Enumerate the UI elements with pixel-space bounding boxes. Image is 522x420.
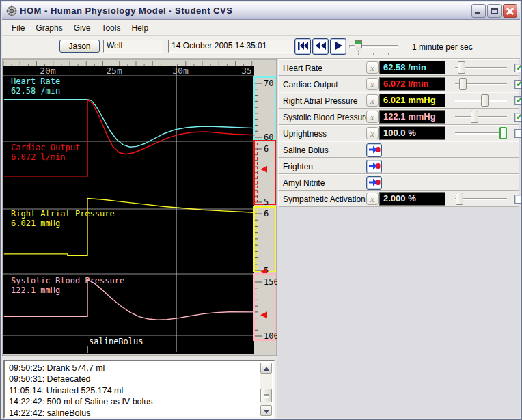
control-label: Sympathetic Activation bbox=[283, 195, 366, 204]
give-button[interactable] bbox=[366, 143, 382, 157]
menu-item-tools[interactable]: Tools bbox=[96, 21, 126, 35]
value-slider[interactable] bbox=[455, 127, 507, 140]
slider-thumb[interactable] bbox=[481, 94, 489, 107]
log-line: 14:22:42: 500 ml of Saline as IV bolus bbox=[9, 396, 258, 407]
control-row-heart-rate: Heart Ratex62.58 /min bbox=[278, 59, 519, 76]
speed-slider-thumb[interactable] bbox=[355, 40, 362, 52]
maximize-icon bbox=[491, 8, 498, 14]
value-slider[interactable] bbox=[455, 193, 507, 206]
control-label: Cardiac Output bbox=[283, 80, 338, 89]
log-line: 11:05:14: Urinated 525.174 ml bbox=[9, 385, 258, 396]
plot-checkbox[interactable] bbox=[514, 64, 522, 72]
channel-value-label: 6.021 mmHg bbox=[11, 219, 60, 228]
scroll-up-icon bbox=[264, 367, 269, 371]
expression-button[interactable]: x bbox=[366, 78, 379, 90]
log-scrollbar[interactable] bbox=[260, 363, 272, 416]
time-axis-label: 20m bbox=[40, 66, 56, 76]
close-icon bbox=[504, 5, 517, 17]
scale-label-bottom: 5 bbox=[264, 197, 269, 207]
control-label: Systolic Blood Pressure bbox=[283, 113, 370, 122]
scroll-up-button[interactable] bbox=[260, 363, 272, 374]
play-icon bbox=[331, 39, 345, 53]
inject-icon bbox=[369, 178, 381, 187]
chart-canvas[interactable]: 20m25m30m357060Heart Rate62.58 /min65Car… bbox=[2, 59, 277, 356]
value-slider[interactable] bbox=[455, 111, 507, 124]
expression-button[interactable]: x bbox=[366, 94, 379, 107]
expression-button[interactable]: x bbox=[366, 127, 379, 139]
rewind-icon bbox=[314, 39, 327, 53]
scale-label-top: 6 bbox=[264, 144, 269, 154]
slider-thumb[interactable] bbox=[459, 78, 467, 90]
log-line: 14:22:42: salineBolus bbox=[9, 408, 258, 419]
skip-to-start-button[interactable] bbox=[294, 38, 311, 55]
control-label: Saline Bolus bbox=[283, 145, 329, 155]
value-display: 122.1 mmHg bbox=[379, 110, 445, 124]
slider-track bbox=[455, 116, 507, 118]
patient-button[interactable]: Jason bbox=[59, 40, 100, 53]
value-slider[interactable] bbox=[455, 78, 507, 91]
value-slider[interactable] bbox=[455, 94, 507, 107]
health-state-field[interactable]: Well bbox=[103, 40, 163, 53]
app-icon bbox=[6, 5, 17, 16]
scrollbar-thumb[interactable] bbox=[260, 389, 272, 402]
physiology-chart[interactable]: 20m25m30m357060Heart Rate62.58 /min65Car… bbox=[2, 59, 277, 356]
slider-thumb[interactable] bbox=[499, 127, 507, 139]
control-label: Right Atrial Pressure bbox=[283, 96, 357, 106]
time-axis-label: 25m bbox=[106, 66, 122, 76]
control-row-amyl-nitrite: Amyl Nitrite bbox=[278, 174, 519, 191]
title-bar[interactable]: HOM - Human Physiology Model - Student C… bbox=[2, 2, 520, 20]
close-button[interactable] bbox=[503, 4, 517, 18]
maximize-button[interactable] bbox=[487, 4, 502, 18]
expression-button[interactable]: x bbox=[366, 61, 379, 74]
minimize-button[interactable] bbox=[471, 4, 486, 18]
control-label: Uprightness bbox=[283, 129, 327, 139]
plot-checkbox[interactable] bbox=[514, 96, 522, 105]
channel-value-label: 62.58 /min bbox=[11, 86, 60, 96]
control-row-right-atrial-pressure: Right Atrial Pressurex6.021 mmHg bbox=[278, 92, 519, 109]
expression-button[interactable]: x bbox=[366, 111, 379, 123]
speed-slider[interactable] bbox=[349, 40, 398, 55]
plot-checkbox[interactable] bbox=[514, 113, 522, 122]
play-button[interactable] bbox=[330, 38, 346, 55]
plot-checkbox[interactable] bbox=[514, 129, 522, 138]
scrollbar-grip-icon bbox=[264, 394, 269, 398]
inject-icon bbox=[369, 145, 381, 154]
event-log[interactable]: 09:50:25: Drank 574.7 ml09:50:31: Defaec… bbox=[3, 360, 275, 419]
give-button[interactable] bbox=[366, 160, 382, 173]
menu-item-help[interactable]: Help bbox=[126, 21, 154, 35]
plot-checkbox[interactable] bbox=[514, 195, 522, 204]
event-label: salineBolus bbox=[89, 337, 143, 346]
control-row-systolic-blood-pressure: Systolic Blood Pressurex122.1 mmHg bbox=[278, 109, 519, 125]
speed-label: 1 minute per sec bbox=[412, 42, 473, 52]
expression-button[interactable]: x bbox=[366, 193, 379, 205]
control-label: Heart Rate bbox=[283, 64, 322, 73]
control-row-saline-bolus: Saline Bolus bbox=[278, 141, 519, 158]
app-window: HOM - Human Physiology Model - Student C… bbox=[0, 0, 522, 420]
give-button[interactable] bbox=[366, 176, 382, 190]
menu-item-give[interactable]: Give bbox=[68, 21, 96, 35]
slider-thumb[interactable] bbox=[456, 193, 463, 205]
menu-item-graphs[interactable]: Graphs bbox=[30, 21, 68, 35]
control-label: Frighten bbox=[283, 162, 313, 171]
log-line: 09:50:25: Drank 574.7 ml bbox=[9, 363, 258, 374]
toolbar: Jason Well 14 October 2005 14:35:01 bbox=[2, 36, 520, 59]
scale-label-top: 150 bbox=[264, 277, 277, 287]
slider-thumb[interactable] bbox=[458, 61, 465, 74]
value-slider[interactable] bbox=[455, 61, 507, 74]
control-row-uprightness: Uprightnessx100.0 % bbox=[278, 125, 519, 141]
time-axis-label: 30m bbox=[172, 66, 189, 76]
scroll-down-button[interactable] bbox=[260, 405, 272, 416]
plot-checkbox[interactable] bbox=[514, 80, 522, 89]
scroll-down-icon bbox=[264, 410, 269, 414]
inject-icon bbox=[369, 161, 381, 171]
control-row-cardiac-output: Cardiac Outputx6.072 l/min bbox=[278, 76, 519, 92]
slider-thumb[interactable] bbox=[471, 111, 478, 123]
value-display: 100.0 % bbox=[379, 126, 445, 140]
datetime-field[interactable]: 14 October 2005 14:35:01 bbox=[168, 40, 297, 53]
value-display: 6.072 l/min bbox=[379, 77, 445, 91]
channel-name-label: Right Atrial Pressure bbox=[11, 209, 115, 219]
menu-item-file[interactable]: File bbox=[6, 21, 30, 35]
rewind-button[interactable] bbox=[312, 38, 329, 55]
channel-value-label: 122.1 mmHg bbox=[11, 285, 60, 295]
value-display: 6.021 mmHg bbox=[379, 94, 445, 107]
